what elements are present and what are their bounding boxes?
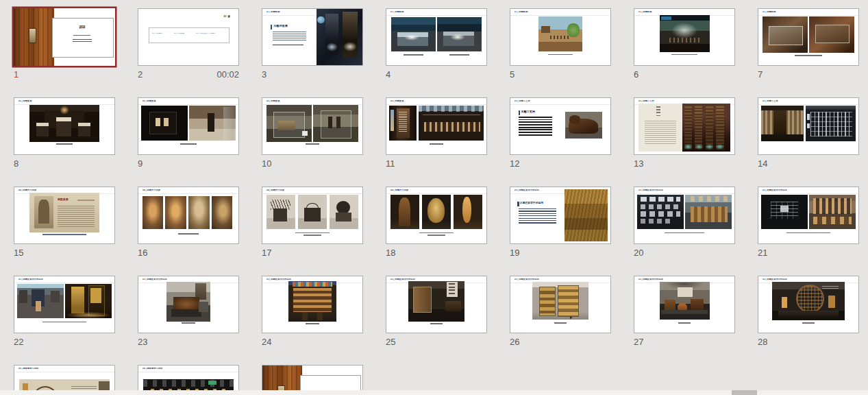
slide-graphic (806, 106, 856, 110)
slide-number: 12 (510, 158, 519, 169)
slide-graphic (550, 36, 569, 40)
slide-thumbnail[interactable]: 04 | 木雕六大流派 (386, 187, 487, 244)
slide-thumbnail[interactable]: 调研 (14, 8, 115, 66)
slide-meta: 25 (386, 337, 487, 347)
slide-graphic (678, 322, 691, 324)
slide-cell: 05 | 木雕在家居中的运用➤26 (510, 276, 611, 347)
slide-graphic (73, 35, 90, 36)
slide-cell: 03 | 木雕工艺品14 (758, 97, 859, 169)
slide-graphic (828, 296, 835, 308)
slide-text: 01 | 木雕起源 (514, 11, 599, 15)
slide-graphic (413, 287, 432, 313)
slide-thumbnail[interactable]: 02 | 木雕发展 (386, 97, 487, 155)
slide-graphic (42, 234, 86, 235)
slide-thumbnail[interactable]: 05 | 木雕在家居中的运用 (386, 276, 487, 333)
scrollbar-thumb[interactable] (732, 390, 757, 395)
slide-thumbnail[interactable]: 03 | 木雕工艺品 (634, 97, 735, 155)
slide-graphic (691, 206, 728, 222)
horizontal-scrollbar[interactable] (0, 390, 868, 395)
slide-graphic (424, 122, 480, 132)
slide-graphic (386, 15, 486, 16)
slide-thumbnail[interactable]: 05 | 木雕在家居中的运用 (634, 187, 735, 244)
slide-graphic (36, 123, 49, 136)
slide-thumbnail[interactable]: 01 | 木雕起源 (758, 8, 859, 66)
slide-thumbnail[interactable]: 02 | 木雕发展 (262, 97, 363, 155)
slide-thumbnail[interactable]: 02 | 木雕发展 (14, 97, 115, 155)
slide-number: 3 (262, 69, 266, 80)
slide-meta: 12 (510, 158, 611, 169)
slide-cell: 04 | 木雕六大流派17 (262, 187, 363, 258)
slide-thumbnail[interactable]: 03 | 木雕工艺品木雕工艺品 (510, 97, 611, 155)
slide-thumbnail[interactable]: 05 | 木雕在家居中的运用木雕在家居中的运用 (510, 187, 611, 244)
slide-text: 01 | 木雕起源 (152, 33, 170, 36)
slide-thumbnail[interactable]: 01 | 木雕起源 (510, 8, 611, 66)
slide-graphic (669, 38, 699, 43)
slide-thumbnail[interactable]: 03 | 木雕工艺品 (758, 97, 859, 155)
slide-graphic (678, 287, 693, 297)
slide-graphic (73, 39, 92, 43)
slide-graphic (138, 372, 238, 372)
slide-meta: 20 (634, 248, 735, 258)
slide-thumbnail[interactable]: 04 | 木雕六大流派佛教造像 (14, 187, 115, 244)
slide-thumbnail[interactable]: 05 | 木雕在家居中的运用 (634, 276, 735, 333)
slide-number: 15 (14, 248, 23, 258)
slide-number: 17 (262, 248, 271, 258)
slide-thumbnail[interactable]: 05 | 木雕在家居中的运用 (138, 276, 239, 333)
slide-graphic (705, 144, 714, 149)
slide-graphic (807, 114, 810, 120)
slide-meta: 11 (386, 158, 487, 169)
slide-thumbnail[interactable]: 01 | 木雕起源 (386, 8, 487, 66)
slide-graphic (293, 282, 332, 287)
slide-cell: 02 | 木雕发展9 (138, 97, 239, 169)
slide-thumbnail[interactable]: 05 | 木雕在家居中的运用➤ (510, 276, 611, 333)
slide-meta: 22 (14, 337, 115, 347)
slide-number: 18 (386, 248, 395, 258)
slide-meta: 13 (634, 158, 735, 169)
slide-graphic (180, 143, 196, 145)
slide-thumbnail[interactable]: 01 | 木雕起源木雕的发展 (262, 8, 363, 66)
slide-graphic (171, 309, 201, 317)
slide-graphic (780, 206, 789, 212)
slide-thumbnail[interactable]: 05 | 木雕在家居中的运用 (14, 276, 115, 333)
slide-thumbnail[interactable]: 02 | 木雕发展 (138, 97, 239, 155)
slide-meta: 3 (262, 69, 363, 80)
slide-thumbnail[interactable]: 05 | 木雕在家居中的运用 (758, 276, 859, 333)
slide-text: 01 | 木雕起源 (762, 11, 847, 15)
slide-graphic (445, 301, 461, 311)
slide-meta: 21 (758, 248, 859, 258)
slide-graphic (795, 55, 823, 56)
slide-thumbnail[interactable]: 05 | 木雕在家居中的运用 (262, 276, 363, 333)
slide-cell: 03 | 木雕工艺品木雕工艺品12 (510, 97, 611, 169)
slide-graphic (423, 115, 481, 115)
slide-thumbnail[interactable]: 01 | 木雕起源 (634, 8, 735, 66)
slide-graphic (173, 297, 199, 310)
slide-graphic (336, 201, 350, 214)
slide-thumbnail[interactable]: 05 | 木雕在家居中的运用 (758, 187, 859, 244)
slide-graphic (142, 196, 164, 229)
slide-graphic (665, 300, 675, 310)
slide-meta: 28 (758, 337, 859, 347)
slide-graphic (138, 193, 238, 194)
slide-graphic (156, 118, 160, 126)
slide-text: 04 | 木雕六大流派 (142, 189, 227, 193)
slide-graphic (815, 25, 850, 43)
slide-number: 22 (14, 337, 23, 347)
slide-meta: 10 (262, 158, 363, 169)
slide-text: 03 | 木雕工艺品 (762, 100, 847, 104)
slide-graphic (449, 54, 469, 56)
slide-graphic (336, 213, 351, 222)
slide-graphic (295, 232, 330, 234)
slide-thumbnail[interactable]: 目 录01 | 木雕起源02 | 木雕发展03 | 木雕在家居中的运用 (138, 8, 239, 66)
slide-thumbnail[interactable]: 04 | 木雕六大流派 (138, 187, 239, 244)
slide-graphic (641, 197, 680, 202)
slide-number: 2 (138, 69, 142, 80)
slide-thumbnail[interactable]: 04 | 木雕六大流派 (262, 187, 363, 244)
slide-graphic (67, 312, 109, 318)
slide-text: 04 | 木雕六大流派 (390, 189, 475, 193)
slide-graphic (42, 322, 86, 323)
slide-number: 26 (510, 337, 519, 347)
slide-text: 03 | 木雕在家居中的运用 (196, 33, 226, 36)
slide-graphic (548, 54, 572, 56)
slide-graphic (78, 123, 90, 136)
slide-graphic (178, 233, 198, 235)
